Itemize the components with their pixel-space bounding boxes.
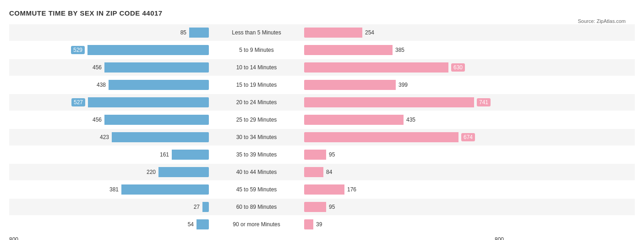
male-bar [121, 184, 209, 195]
right-section: 176 [302, 184, 504, 195]
female-value: 385 [395, 47, 404, 53]
female-bar [304, 132, 458, 142]
female-value: 39 [316, 221, 322, 228]
table-row: 45625 to 29 Minutes435 [9, 112, 635, 128]
chart-area: 85Less than 5 Minutes2545295 to 9 Minute… [9, 24, 635, 233]
female-value: 95 [329, 151, 335, 158]
female-value: 674 [461, 133, 475, 141]
male-bar [196, 219, 209, 229]
female-bar [304, 184, 344, 195]
left-section: 220 [9, 167, 211, 177]
table-row: 22040 to 44 Minutes84 [9, 164, 635, 180]
table-row: 16135 to 39 Minutes95 [9, 146, 635, 163]
chart-container: 85Less than 5 Minutes2545295 to 9 Minute… [9, 24, 635, 240]
female-bar [304, 167, 323, 177]
table-row: 85Less than 5 Minutes254 [9, 24, 635, 41]
right-section: 254 [302, 28, 504, 38]
male-value: 438 [92, 82, 106, 88]
male-bar [112, 132, 209, 142]
left-section: 54 [9, 219, 211, 229]
male-value: 529 [71, 46, 85, 54]
table-row: 5295 to 9 Minutes385 [9, 42, 635, 58]
right-section: 385 [302, 45, 504, 55]
table-row: 42330 to 34 Minutes674 [9, 129, 635, 145]
male-value: 161 [155, 151, 169, 158]
table-row: 43815 to 19 Minutes399 [9, 77, 635, 93]
female-bar [304, 62, 448, 73]
row-label: 35 to 39 Minutes [211, 151, 302, 158]
female-value: 84 [326, 169, 332, 175]
male-bar [104, 115, 209, 125]
axis-row: 800 800 [9, 236, 635, 240]
male-value: 456 [88, 117, 102, 123]
table-row: 38145 to 59 Minutes176 [9, 181, 635, 198]
right-section: 95 [302, 150, 504, 160]
female-bar [304, 28, 362, 38]
left-section: 456 [9, 62, 211, 73]
female-bar [304, 45, 393, 55]
male-value: 220 [142, 169, 156, 175]
right-section: 741 [302, 97, 504, 107]
row-label: 45 to 59 Minutes [211, 186, 302, 193]
female-bar [304, 97, 474, 107]
right-section: 39 [302, 219, 504, 229]
table-row: 52720 to 24 Minutes741 [9, 94, 635, 111]
male-bar [87, 45, 209, 55]
male-value: 456 [88, 64, 102, 71]
left-section: 527 [9, 97, 211, 107]
male-value: 85 [173, 29, 186, 36]
male-bar [172, 150, 209, 160]
male-value: 27 [186, 204, 200, 210]
left-section: 438 [9, 80, 211, 90]
chart-title: COMMUTE TIME BY SEX IN ZIP CODE 44017 [9, 9, 635, 17]
row-label: 90 or more Minutes [211, 221, 302, 228]
right-section: 399 [302, 80, 504, 90]
female-bar [304, 202, 326, 212]
axis-left: 800 [9, 236, 211, 240]
row-label: Less than 5 Minutes [211, 29, 302, 36]
male-value: 54 [180, 221, 194, 228]
female-value: 176 [347, 186, 356, 193]
male-bar [202, 202, 209, 212]
row-label: 15 to 19 Minutes [211, 82, 302, 88]
left-section: 27 [9, 202, 211, 212]
female-value: 399 [398, 82, 408, 88]
female-bar [304, 80, 396, 90]
female-value: 435 [406, 117, 415, 123]
row-label: 10 to 14 Minutes [211, 64, 302, 71]
male-value: 527 [71, 98, 85, 106]
male-bar [104, 62, 209, 73]
female-bar [304, 219, 313, 229]
row-label: 5 to 9 Minutes [211, 47, 302, 53]
row-label: 30 to 34 Minutes [211, 134, 302, 140]
male-bar [158, 167, 209, 177]
row-label: 25 to 29 Minutes [211, 117, 302, 123]
right-section: 435 [302, 115, 504, 125]
male-bar [88, 97, 209, 107]
left-section: 161 [9, 150, 211, 160]
male-value: 381 [105, 186, 119, 193]
right-section: 84 [302, 167, 504, 177]
female-value: 630 [451, 63, 465, 72]
row-label: 60 to 89 Minutes [211, 204, 302, 210]
female-value: 95 [329, 204, 335, 210]
male-bar [189, 28, 209, 38]
table-row: 2760 to 89 Minutes95 [9, 199, 635, 215]
right-section: 95 [302, 202, 504, 212]
left-section: 423 [9, 132, 211, 142]
source-label: Source: ZipAtlas.com [578, 18, 626, 24]
row-label: 20 to 24 Minutes [211, 99, 302, 106]
left-section: 529 [9, 45, 211, 55]
male-bar [109, 80, 209, 90]
female-value: 254 [365, 29, 374, 36]
left-section: 381 [9, 184, 211, 195]
female-bar [304, 150, 326, 160]
left-section: 456 [9, 115, 211, 125]
male-value: 423 [95, 134, 109, 140]
female-value: 741 [477, 98, 491, 106]
left-section: 85 [9, 28, 211, 38]
table-row: 5490 or more Minutes39 [9, 216, 635, 233]
row-label: 40 to 44 Minutes [211, 169, 302, 175]
right-section: 630 [302, 62, 504, 73]
right-section: 674 [302, 132, 504, 142]
